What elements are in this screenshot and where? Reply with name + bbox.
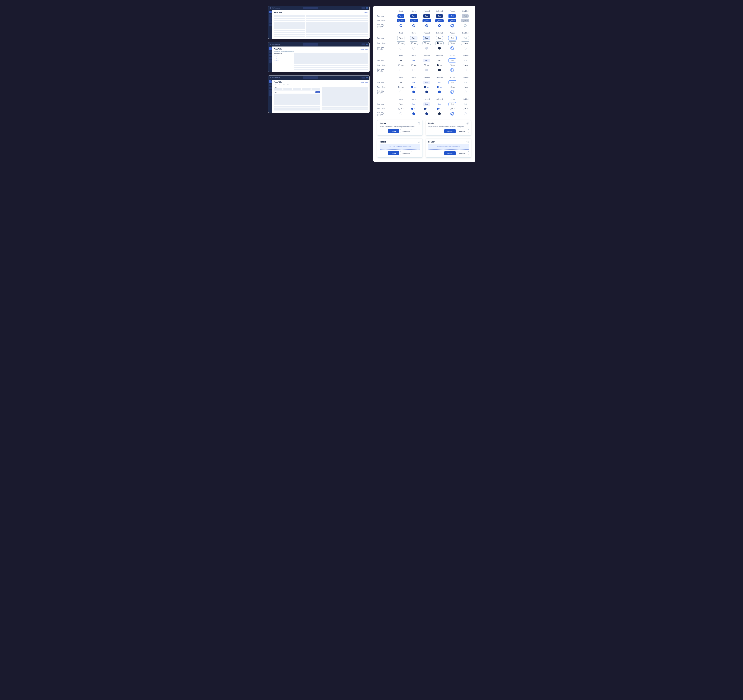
btn-outline-hover[interactable]: Text <box>410 36 417 40</box>
btn-filled-pressed[interactable]: Text <box>423 14 430 18</box>
radio2-selected[interactable] <box>438 47 441 49</box>
avatar-1[interactable] <box>366 7 368 9</box>
topbar-search-3[interactable] <box>303 76 318 79</box>
sidebar-icon-3-5[interactable] <box>269 93 272 96</box>
radio4-pressed[interactable] <box>425 90 428 93</box>
dialog-primary-btn-1[interactable]: Primary <box>388 129 399 133</box>
dialog-primary-btn-4[interactable]: Primary <box>444 151 456 155</box>
list-item-2-1[interactable]: List option <box>274 55 293 57</box>
radio-focus[interactable] <box>451 24 454 27</box>
radio4-hover[interactable] <box>412 90 415 93</box>
radio5-focus[interactable] <box>451 113 454 115</box>
radio5-rest[interactable] <box>400 113 402 115</box>
radio3-hover[interactable] <box>412 69 415 71</box>
topbar-search-1[interactable] <box>303 7 318 9</box>
sidebar-icon-3-4[interactable] <box>269 90 272 93</box>
list-item-2-3[interactable]: List option <box>274 59 293 61</box>
btn5i-focus[interactable]: Text <box>448 107 456 110</box>
sidebar-icon-2-1[interactable] <box>269 47 272 50</box>
radio5-selected[interactable] <box>438 113 441 115</box>
btn-gi-focus[interactable]: Text <box>448 64 456 67</box>
radio5-pressed[interactable] <box>425 113 428 115</box>
radio-rest[interactable] <box>400 24 402 27</box>
sidebar-icon-5[interactable] <box>269 24 272 26</box>
btn-icon-pressed[interactable]: Text <box>422 19 431 22</box>
sidebar-icon-1[interactable] <box>269 11 272 13</box>
topbar-search-2[interactable] <box>303 43 318 46</box>
radio2-pressed[interactable] <box>425 47 428 49</box>
radio3-pressed[interactable] <box>425 69 428 71</box>
radio-selected[interactable] <box>438 24 441 27</box>
btn-gi-selected[interactable]: Text <box>435 64 443 67</box>
btn5-hover[interactable]: Text <box>410 102 417 106</box>
btn5i-selected[interactable]: Text <box>435 107 443 110</box>
action-btn-3a[interactable]: Action <box>361 82 364 83</box>
sidebar-icon-3-3[interactable] <box>269 87 272 89</box>
btn-ghost-pressed[interactable]: Text <box>423 59 430 62</box>
btn4i-rest[interactable]: Text <box>397 86 405 89</box>
dialog-close-3[interactable]: × <box>418 141 420 143</box>
btn-icon-hover[interactable]: Text <box>410 19 418 22</box>
radio4-selected[interactable] <box>438 90 441 93</box>
btn-outline-rest[interactable]: Text <box>397 36 405 40</box>
btn-oi-selected[interactable]: Text <box>435 42 444 45</box>
radio3-focus[interactable] <box>451 69 454 71</box>
dialog-close-4[interactable]: × <box>466 141 469 143</box>
btn-ghost-rest[interactable]: Text <box>397 59 404 62</box>
tab-3-1[interactable]: Tab <box>274 84 277 86</box>
btn4-rest[interactable]: Text <box>397 80 404 84</box>
btn5i-rest[interactable]: Text <box>397 107 405 110</box>
btn-oi-rest[interactable]: Text <box>397 42 405 45</box>
sidebar-icon-3-1[interactable] <box>269 80 272 83</box>
dialog-secondary-btn-1[interactable]: Secondary <box>400 129 412 133</box>
action-btn-3b[interactable]: Action <box>365 82 368 83</box>
radio-pressed[interactable] <box>425 24 428 27</box>
btn5i-hover[interactable]: Text <box>410 107 418 110</box>
btn-ghost-selected[interactable]: Text <box>436 59 443 62</box>
radio-hover[interactable] <box>412 24 415 27</box>
btn-filled-rest[interactable]: Text <box>397 14 404 18</box>
sidebar-icon-2[interactable] <box>269 14 272 16</box>
radio3-rest[interactable] <box>400 69 402 71</box>
btn-outline-focus[interactable]: Text <box>448 36 456 40</box>
frame3-add-btn[interactable]: Action <box>315 91 320 93</box>
sidebar-icon-2-4[interactable] <box>269 57 272 59</box>
btn4-hover[interactable]: Text <box>410 80 417 84</box>
btn-oi-pressed[interactable]: Text <box>422 42 431 45</box>
radio4-focus[interactable] <box>451 90 454 93</box>
btn-gi-hover[interactable]: Text <box>410 64 418 67</box>
btn-icon-rest[interactable]: Text <box>397 19 405 22</box>
sidebar-icon-2-2[interactable] <box>269 50 272 53</box>
action-btn-1[interactable]: ACTION <box>364 12 368 13</box>
radio4-rest[interactable] <box>400 90 402 93</box>
dialog-close-2[interactable]: × <box>466 122 469 125</box>
btn5i-pressed[interactable]: Text <box>423 107 431 110</box>
sidebar-icon-2-3[interactable] <box>269 53 272 56</box>
list-item-2-2[interactable]: List option <box>274 57 293 59</box>
btn4i-pressed[interactable]: Text <box>423 86 431 89</box>
dialog-secondary-btn-3[interactable]: Secondary <box>400 151 412 155</box>
btn-ghost-focus[interactable]: Text <box>449 59 456 62</box>
dialog-primary-btn-2[interactable]: Primary <box>444 129 456 133</box>
tab-3-3[interactable]: Tab <box>282 84 285 86</box>
btn-outline-pressed[interactable]: Text <box>423 36 431 40</box>
radio2-hover[interactable] <box>412 47 415 49</box>
btn-ghost-hover[interactable]: Text <box>410 59 417 62</box>
sidebar-icon-3[interactable] <box>269 17 272 20</box>
btn5-rest[interactable]: Text <box>397 102 404 106</box>
btn-icon-focus[interactable]: Text <box>448 19 457 22</box>
tab-3-2[interactable]: Tab <box>278 84 281 86</box>
radio2-focus[interactable] <box>451 47 454 49</box>
btn-filled-focus[interactable]: Text <box>449 14 456 18</box>
btn-oi-hover[interactable]: Text <box>410 42 418 45</box>
action-btn-2b[interactable]: Action <box>365 49 368 50</box>
avatar-2[interactable] <box>366 43 368 45</box>
btn-icon-selected[interactable]: Text <box>435 19 444 22</box>
btn4i-selected[interactable]: Text <box>435 86 443 89</box>
btn4-focus[interactable]: Text <box>449 80 456 84</box>
radio5-hover[interactable] <box>412 113 415 115</box>
radio2-rest[interactable] <box>400 47 402 49</box>
btn5-focus[interactable]: Text <box>449 102 456 106</box>
btn-gi-pressed[interactable]: Text <box>423 64 431 67</box>
btn4i-focus[interactable]: Text <box>448 86 456 89</box>
